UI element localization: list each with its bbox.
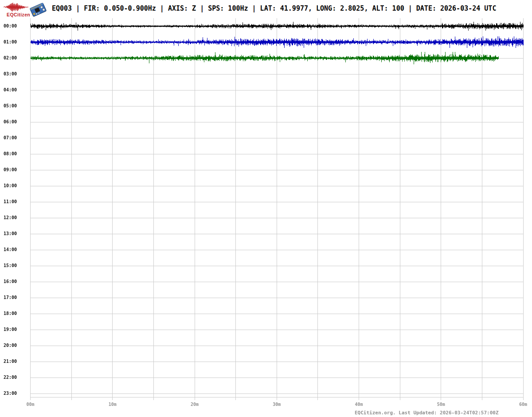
hour-label: 11:00 <box>4 199 20 205</box>
minute-label: 20m <box>191 402 199 407</box>
hour-label: 03:00 <box>4 71 20 77</box>
hour-label: 20:00 <box>4 343 20 348</box>
minute-label: 40m <box>355 402 363 407</box>
hour-label: 19:00 <box>4 327 20 332</box>
hour-label: 01:00 <box>4 39 20 45</box>
hour-label: 05:00 <box>4 103 20 109</box>
hour-label: 14:00 <box>4 247 20 252</box>
hour-label: 02:00 <box>4 55 20 61</box>
footer-note: EQCitizen.org. Last Updated: 2026-03-24T… <box>355 410 499 416</box>
hour-label: 13:00 <box>4 231 20 236</box>
minute-label: 50m <box>437 402 445 407</box>
hour-label: 15:00 <box>4 263 20 268</box>
hour-label: 16:00 <box>4 279 20 284</box>
hour-label: 10:00 <box>4 183 20 189</box>
seismic-traces-canvas <box>0 0 532 417</box>
minute-label: 00m <box>26 402 34 407</box>
hour-label: 04:00 <box>4 87 20 93</box>
helicorder-page: EQCitizen EQ003 | FIR: 0.050-0.900Hz | A… <box>0 0 532 417</box>
minute-label: 30m <box>273 402 281 407</box>
hour-label: 09:00 <box>4 167 20 173</box>
hour-label: 07:00 <box>4 135 20 141</box>
hour-label: 21:00 <box>4 359 20 364</box>
hour-label: 23:00 <box>4 391 20 396</box>
hour-label: 08:00 <box>4 151 20 157</box>
hour-label: 12:00 <box>4 215 20 220</box>
hour-label: 17:00 <box>4 295 20 300</box>
hour-label: 00:00 <box>4 24 20 29</box>
hour-label: 22:00 <box>4 375 20 380</box>
minute-label: 10m <box>109 402 117 407</box>
minute-label: 60m <box>519 402 527 407</box>
hour-label: 18:00 <box>4 311 20 316</box>
hour-label: 06:00 <box>4 119 20 125</box>
